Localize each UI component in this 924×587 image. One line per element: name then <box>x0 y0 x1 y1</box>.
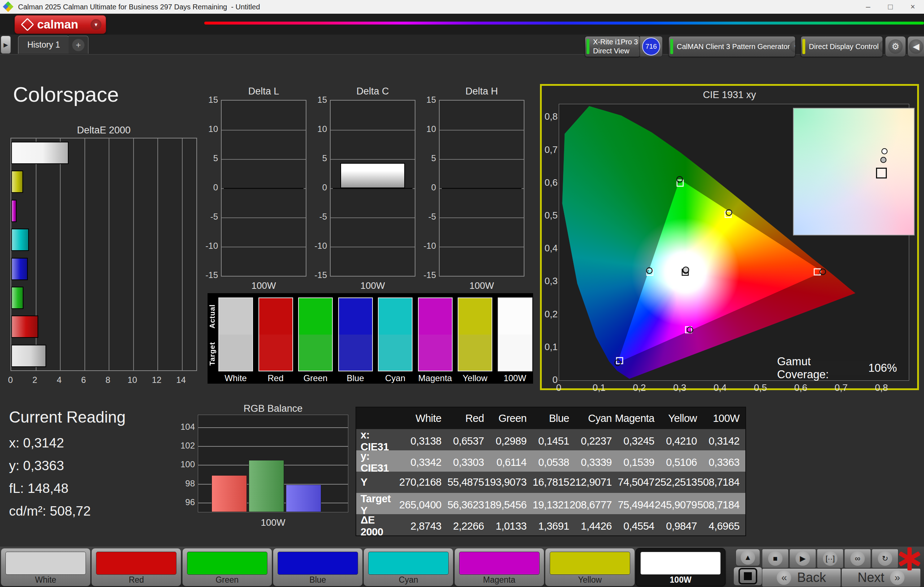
table-cell: 0,3142 <box>701 429 744 453</box>
table-cell: 0,2237 <box>574 429 616 453</box>
cie-y-tick: 0,1 <box>542 342 558 353</box>
table-cell: 508,7184 <box>701 472 744 493</box>
deltae-bar-white <box>11 345 46 367</box>
pattern-dropdown-arrow-icon: ▼ <box>790 40 795 53</box>
meter-dropdown[interactable]: X-Rite i1Pro 3 Direct View ▼ <box>585 36 640 57</box>
cie-x-tick: 0,5 <box>748 382 773 393</box>
pattern-swatch-yellow <box>550 552 630 575</box>
cie-y-tick: 0 <box>542 374 558 385</box>
refresh-button[interactable]: ↻ <box>872 549 898 568</box>
swatch-label-red: Red <box>258 373 293 383</box>
cie-x-tick: 0,7 <box>828 382 854 393</box>
table-cell: 212,9071 <box>574 472 616 493</box>
delta_c-y-tick: -10 <box>308 241 327 251</box>
swatch-target-magenta <box>419 335 452 371</box>
deltae-gridline <box>84 138 85 370</box>
swatch-actual-yellow <box>459 298 492 335</box>
pattern-button-green[interactable]: Green <box>182 548 272 586</box>
range-button[interactable]: [··] <box>817 549 843 568</box>
tab-scroll-button[interactable]: ▶ <box>1 36 11 54</box>
rgb-bar-blue <box>286 485 321 512</box>
table-header-cyan: Cyan <box>574 408 616 429</box>
minimize-button[interactable]: – <box>857 0 879 14</box>
rgb-gridline <box>198 446 348 447</box>
pattern-button-label: White <box>1 575 90 585</box>
table-row: x: CIE310,31380,65370,29890,14510,22370,… <box>356 429 745 451</box>
delta_h-y-tick: 10 <box>417 124 436 134</box>
meter-count-badge: 716 <box>642 38 660 56</box>
settings-button[interactable]: ⚙ <box>885 36 906 57</box>
transport-controls: ■▶[··]∞↻ <box>762 549 898 568</box>
cie-y-tick: 0,3 <box>542 275 558 287</box>
cie-measured-green <box>677 176 683 182</box>
deltae-gridline <box>60 138 61 370</box>
table-header-red: Red <box>446 408 488 429</box>
meter-badge-cell[interactable]: 716 <box>640 36 663 57</box>
calman-menu-button[interactable]: calman ▼ <box>15 15 106 34</box>
delta-h-x-label: 100W <box>439 280 525 291</box>
pattern-button-100w[interactable]: 100W <box>635 548 726 586</box>
pattern-button-label: Yellow <box>545 575 635 585</box>
current-reading-line: fL: 148,48 <box>9 481 69 496</box>
pattern-window-button[interactable] <box>733 567 762 585</box>
cie-x-tick: 0,4 <box>708 382 733 393</box>
cie-y-tick: 0,7 <box>542 144 558 155</box>
delta_h-y-tick: 15 <box>417 95 436 105</box>
add-icon: + <box>72 39 84 51</box>
loop-button[interactable]: ∞ <box>844 549 871 568</box>
deltae-x-tick: 2 <box>28 375 42 385</box>
table-cell: 265,0400 <box>403 493 446 517</box>
pattern-button-label: 100W <box>636 575 725 585</box>
rgb-y-tick: 96 <box>176 497 195 507</box>
rgb-y-tick: 104 <box>176 422 195 432</box>
current-reading-heading: Current Reading <box>9 408 125 426</box>
add-tab-button[interactable]: + <box>69 36 88 54</box>
delta_h-gridline <box>440 247 524 247</box>
delta_l-gridline <box>222 247 306 247</box>
close-button[interactable]: × <box>902 0 924 14</box>
delta_c-gridline <box>331 247 415 247</box>
pattern-bar: WhiteRedGreenBlueCyanMagentaYellow100W ▲… <box>0 547 924 587</box>
delta_l-gridline <box>222 130 306 130</box>
calman-logo-text: calman <box>37 18 78 31</box>
restore-button[interactable]: □ <box>879 0 902 14</box>
delta_h-y-tick: -5 <box>417 212 436 222</box>
next-label: Next <box>858 570 884 585</box>
stop-button[interactable]: ■ <box>762 549 789 568</box>
actual-row-label: Actual <box>208 298 218 334</box>
table-header-white: White <box>403 408 446 429</box>
swatch-label-green: Green <box>298 373 333 383</box>
delta_c-gridline <box>331 159 415 160</box>
delta-h-title: Delta H <box>439 86 525 97</box>
collapse-panel-button[interactable]: ◀ <box>908 36 924 57</box>
pattern-button-cyan[interactable]: Cyan <box>363 548 453 586</box>
pattern-swatch-blue <box>277 552 358 575</box>
next-button[interactable]: Next » <box>842 568 921 587</box>
back-button[interactable]: « Back <box>762 568 841 587</box>
pattern-swatch-white <box>5 552 86 575</box>
table-row: ΔE 20002,87432,22661,01331,36911,44260,4… <box>356 514 745 536</box>
rgb-y-tick: 102 <box>176 441 195 451</box>
cie-y-tick: 0,4 <box>542 243 558 254</box>
rgb-bar-green <box>249 460 284 512</box>
stop-icon: ■ <box>768 551 782 566</box>
deltae-gridline <box>182 138 183 370</box>
loop-icon: ∞ <box>850 551 865 566</box>
pattern-button-white[interactable]: White <box>1 548 91 586</box>
pattern-button-magenta[interactable]: Magenta <box>454 548 544 586</box>
delta_h-gridline <box>440 217 524 218</box>
tab-history-1[interactable]: History 1 <box>18 36 69 54</box>
display-control-dropdown[interactable]: Direct Display Control ▼ <box>800 36 883 57</box>
play-button[interactable]: ▶ <box>789 549 816 568</box>
swatch-column-cyan <box>378 298 412 372</box>
pattern-window-up-button[interactable]: ▲ <box>736 549 760 566</box>
pattern-generator-dropdown[interactable]: CalMAN Client 3 Pattern Generator ▼ <box>668 36 795 57</box>
pattern-button-blue[interactable]: Blue <box>273 548 363 586</box>
window-controls: – □ × <box>857 0 924 14</box>
pattern-button-red[interactable]: Red <box>91 548 181 586</box>
pattern-button-yellow[interactable]: Yellow <box>545 548 635 586</box>
cie-x-tick: 0,6 <box>788 382 813 393</box>
rgb-balance-x-label: 100W <box>198 517 348 528</box>
delta_c-y-tick: -5 <box>308 212 327 222</box>
delta_c-gridline <box>331 217 415 218</box>
